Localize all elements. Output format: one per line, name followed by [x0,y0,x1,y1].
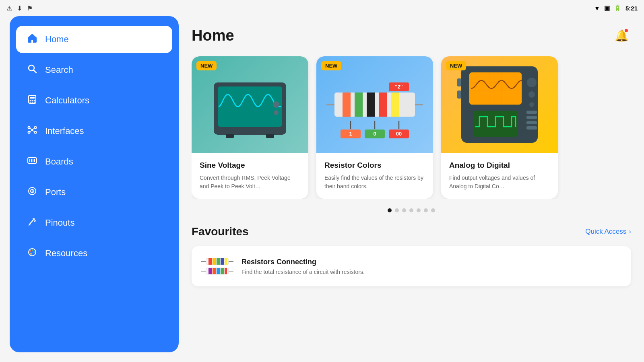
sidebar-item-resources[interactable]: Resources [16,240,172,267]
ports-icon [26,186,39,199]
dot-4[interactable] [409,208,413,212]
svg-text:"2": "2" [395,84,403,90]
svg-rect-83 [208,268,212,274]
svg-line-17 [30,131,31,132]
main-content: Home 🔔 NEW [179,16,644,362]
sidebar: Home Search [10,16,179,352]
svg-rect-70 [526,116,537,119]
new-badge-resistor: NEW [321,61,341,70]
card-desc-adc: Find output voltages and values of Analo… [449,174,550,191]
dot-5[interactable] [417,208,421,212]
home-icon [26,33,39,46]
favourites-title: Favourites [192,225,249,238]
svg-rect-19 [28,158,37,163]
svg-rect-3 [30,97,35,99]
sidebar-label-boards: Boards [45,156,73,167]
svg-rect-34 [226,134,234,138]
sidebar-item-ports[interactable]: Ports [16,179,172,206]
quick-access-link[interactable]: Quick Access › [585,228,631,236]
svg-text:1: 1 [349,131,352,137]
svg-text:00: 00 [396,131,402,137]
search-icon [26,64,39,76]
quick-access-label: Quick Access [585,228,626,236]
fav-title-resistors: Resistors Connecting [242,258,365,266]
signal-icon: ▣ [604,4,610,12]
dot-3[interactable] [402,208,406,212]
fav-item-resistors-connecting[interactable]: Resistors Connecting Find the total resi… [192,246,631,286]
svg-point-9 [34,102,35,103]
notification-button[interactable]: 🔔 [612,26,631,45]
sidebar-label-calculators: Calculators [45,95,89,106]
status-bar-right: ▼ ▣ 🔋 5:21 [594,4,638,12]
svg-line-18 [33,131,35,132]
sidebar-label-home: Home [45,34,69,45]
svg-rect-40 [355,93,363,117]
wifi-icon: ▼ [594,5,600,12]
favourites-header: Favourites Quick Access › [192,225,631,238]
clock: 5:21 [625,5,638,12]
svg-point-36 [273,101,279,108]
svg-rect-41 [367,93,375,117]
fav-desc-resistors: Find the total resistance of a circuit w… [242,269,365,275]
dot-2[interactable] [395,208,399,212]
svg-point-67 [528,91,535,98]
carousel-dots [192,208,631,212]
download-icon: ⬇ [17,4,22,12]
svg-rect-43 [391,93,399,117]
sidebar-item-pinouts[interactable]: Pinouts [16,209,172,237]
card-image-resistor: NEW [316,56,433,153]
card-title-adc: Analog to Digital [449,161,550,170]
card-desc-sine: Convert through RMS, Peek Voltage and Pe… [200,174,300,191]
sidebar-item-home[interactable]: Home [16,26,172,53]
sidebar-item-calculators[interactable]: Calculators [16,87,172,114]
svg-rect-86 [221,268,224,274]
svg-rect-78 [221,258,224,265]
svg-line-16 [33,128,35,129]
card-body-sine: Sine Voltage Convert through RMS, Peek V… [192,153,308,199]
card-resistor-colors[interactable]: NEW [316,56,433,199]
sidebar-item-search[interactable]: Search [16,56,172,84]
svg-rect-79 [225,258,227,265]
dot-7[interactable] [431,208,435,212]
svg-rect-69 [526,111,537,114]
svg-rect-35 [266,134,274,138]
svg-rect-71 [526,121,537,124]
interfaces-icon [26,125,39,138]
app-body: Home Search [0,16,644,362]
dot-1[interactable] [388,208,392,212]
svg-point-31 [30,253,32,255]
svg-rect-77 [217,258,220,265]
svg-line-15 [30,128,31,129]
svg-rect-42 [379,93,387,117]
status-bar-left: ⚠ ⬇ ⚑ [6,4,33,12]
resources-icon [26,247,39,260]
svg-point-7 [30,102,31,103]
svg-point-8 [32,102,33,103]
svg-point-4 [30,100,31,101]
dot-6[interactable] [424,208,428,212]
svg-rect-59 [457,90,461,99]
battery-icon: 🔋 [614,4,621,12]
sidebar-item-interfaces[interactable]: Interfaces [16,117,172,145]
card-desc-resistor: Easily find the values of the resistors … [324,174,425,191]
new-badge-adc: NEW [446,61,466,70]
sidebar-label-pinouts: Pinouts [45,218,74,228]
card-body-resistor: Resistor Colors Easily find the values o… [316,153,433,199]
svg-rect-76 [213,258,216,265]
card-image-adc: NEW [441,56,558,153]
svg-point-5 [32,100,33,101]
page-title: Home [192,27,234,44]
notification-badge [624,28,629,33]
sidebar-label-search: Search [45,65,73,75]
card-title-resistor: Resistor Colors [324,161,425,170]
card-sine-voltage[interactable]: NEW [192,56,308,199]
new-badge-sine: NEW [196,61,217,70]
svg-rect-87 [225,268,227,274]
svg-rect-75 [208,258,212,265]
sidebar-item-boards[interactable]: Boards [16,148,172,175]
svg-rect-84 [213,268,216,274]
card-image-sine: NEW [192,56,308,153]
svg-rect-72 [526,126,537,130]
svg-point-29 [32,249,33,251]
card-analog-digital[interactable]: NEW [441,56,558,199]
